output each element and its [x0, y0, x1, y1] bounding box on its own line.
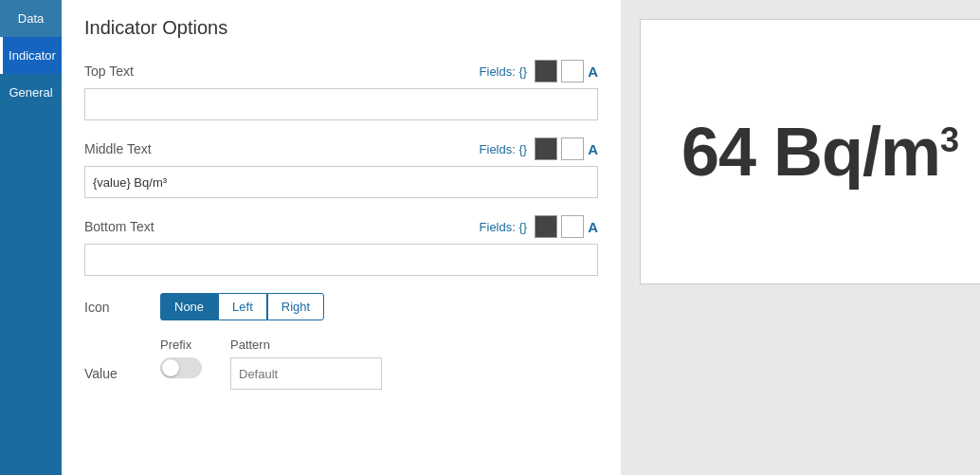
top-text-input[interactable] [84, 88, 598, 120]
bottom-text-group: Bottom Text Fields: {} A [84, 215, 598, 276]
sidebar-item-general[interactable]: General [0, 74, 62, 111]
top-text-group: Top Text Fields: {} A [84, 60, 598, 120]
icon-right-button[interactable]: Right [267, 293, 324, 320]
bottom-text-fields-link[interactable]: Fields: {} [480, 220, 528, 234]
middle-text-label: Middle Text [84, 141, 480, 156]
middle-text-header: Middle Text Fields: {} A [84, 137, 598, 160]
main-panel: Indicator Options Top Text Fields: {} A … [62, 0, 621, 475]
middle-text-color-dark[interactable] [535, 137, 557, 160]
preview-box: 64 Bq/m3 ⋰ [640, 19, 980, 284]
prefix-toggle[interactable] [160, 357, 202, 378]
icon-left-button[interactable]: Left [218, 293, 267, 320]
middle-text-input[interactable] [84, 166, 598, 198]
top-text-label: Top Text [84, 64, 480, 79]
sidebar: Data Indicator General [0, 0, 62, 475]
bottom-text-label: Bottom Text [84, 219, 480, 234]
prefix-toggle-knob [162, 359, 179, 376]
top-text-color-light[interactable] [561, 60, 584, 82]
top-text-fields-link[interactable]: Fields: {} [480, 64, 528, 79]
middle-text-group: Middle Text Fields: {} A [84, 137, 598, 198]
sidebar-item-data[interactable]: Data [0, 0, 62, 37]
middle-text-color-light[interactable] [561, 137, 584, 160]
value-controls: Prefix Pattern [160, 338, 598, 390]
bottom-text-input[interactable] [84, 244, 598, 276]
pattern-control: Pattern [230, 338, 382, 390]
preview-value: 64 Bq/m3 [681, 113, 958, 191]
page-title: Indicator Options [84, 17, 598, 39]
prefix-control: Prefix [160, 338, 202, 390]
top-text-color-dark[interactable] [535, 60, 557, 82]
value-row: Value Prefix Pattern [84, 338, 598, 390]
prefix-label: Prefix [160, 338, 202, 352]
icon-none-button[interactable]: None [160, 293, 218, 320]
middle-text-font-btn[interactable]: A [588, 141, 598, 157]
icon-label: Icon [84, 300, 160, 315]
bottom-text-header: Bottom Text Fields: {} A [84, 215, 598, 238]
icon-button-group: None Left Right [160, 293, 324, 320]
sidebar-item-indicator[interactable]: Indicator [0, 37, 62, 74]
bottom-text-font-btn[interactable]: A [588, 219, 598, 235]
icon-row: Icon None Left Right [84, 293, 598, 320]
pattern-label: Pattern [230, 338, 382, 352]
middle-text-fields-link[interactable]: Fields: {} [480, 142, 528, 156]
pattern-input[interactable] [230, 357, 382, 390]
preview-panel: 64 Bq/m3 ⋰ [621, 0, 980, 475]
bottom-text-color-dark[interactable] [535, 215, 557, 238]
top-text-font-btn[interactable]: A [588, 64, 598, 80]
value-label: Value [84, 338, 160, 381]
bottom-text-color-light[interactable] [561, 215, 584, 238]
top-text-header: Top Text Fields: {} A [84, 60, 598, 82]
